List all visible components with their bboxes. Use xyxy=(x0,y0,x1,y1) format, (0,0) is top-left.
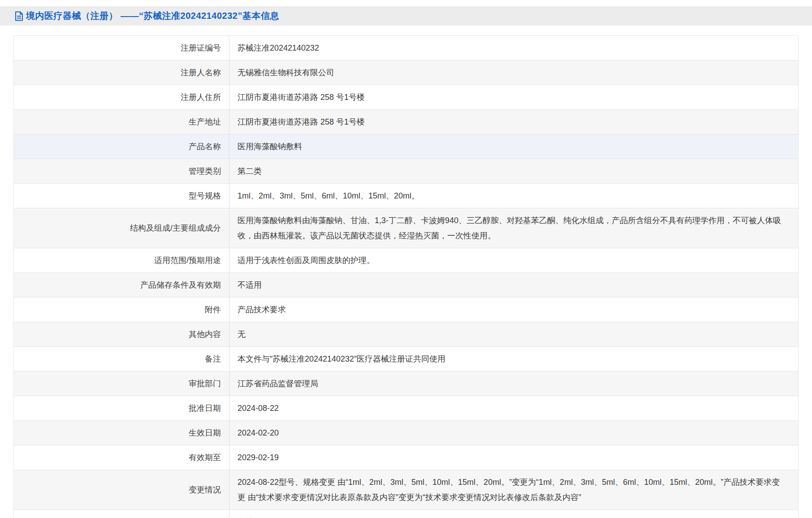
row-value-text: 产品技术要求 xyxy=(238,302,286,317)
row-value-text: 2029-02-19 xyxy=(238,450,279,465)
row-value-text: 无 xyxy=(238,327,246,342)
table-row: 生产地址 江阴市夏港街道苏港路 258 号1号楼 xyxy=(14,109,798,134)
row-value: 无锡雅信生物科技有限公司 xyxy=(229,60,798,85)
row-label: 批准日期 xyxy=(14,396,229,420)
table-row: 产品名称 医用海藻酸钠敷料 xyxy=(14,134,798,159)
row-label-text: 结构及组成/主要组成成分 xyxy=(130,223,221,233)
row-value: 苏械注准20242140232 xyxy=(229,36,798,60)
row-label-text: 注册人名称 xyxy=(181,67,221,78)
table-row: 生效日期 2024-02-20 xyxy=(14,420,798,445)
row-label: 产品名称 xyxy=(14,134,229,159)
page-title: 境内医疗器械（注册） ——“苏械注准20242140232”基本信息 xyxy=(26,10,279,22)
row-value: 1ml、2ml、3ml、5ml、6ml、10ml、15ml、20ml。 xyxy=(229,184,798,208)
document-icon xyxy=(15,11,23,21)
row-label: 产品储存条件及有效期 xyxy=(14,273,229,297)
row-value-text: 本文件与“苏械注准20242140232”医疗器械注册证共同使用 xyxy=(238,351,445,367)
row-value-text: 苏械注准20242140232 xyxy=(238,40,319,56)
row-label-text: 生效日期 xyxy=(189,427,221,438)
detail-link[interactable]: 详情 xyxy=(238,514,254,518)
row-label-text: 备注 xyxy=(205,354,221,364)
row-value-text: 江苏省药品监督管理局 xyxy=(238,376,318,391)
row-label: 型号规格 xyxy=(14,184,229,208)
table-row: 变更情况 2024-08-22型号、规格变更 由“1ml、2ml、3ml、5ml… xyxy=(14,470,798,509)
table-row: 注册人名称 无锡雅信生物科技有限公司 xyxy=(14,60,798,85)
row-value-text: 1ml、2ml、3ml、5ml、6ml、10ml、15ml、20ml。 xyxy=(238,188,419,203)
row-value-text: 无锡雅信生物科技有限公司 xyxy=(238,65,334,80)
table-row: 型号规格 1ml、2ml、3ml、5ml、6ml、10ml、15ml、20ml。 xyxy=(14,183,798,208)
row-value-text: 2024-08-22 xyxy=(238,401,279,416)
row-value-text: 适用于浅表性创面及周围皮肤的护理。 xyxy=(238,253,375,268)
table-row: 有效期至 2029-02-19 xyxy=(14,445,798,470)
row-label-text: 管理类别 xyxy=(189,166,221,177)
row-value-text: 2024-08-22型号、规格变更 由“1ml、2ml、3ml、5ml、10ml… xyxy=(238,475,786,505)
table-row: 产品储存条件及有效期 不适用 xyxy=(14,272,798,297)
table-row: 注册人住所 江阴市夏港街道苏港路 258 号1号楼 xyxy=(14,85,798,109)
table-row: 附件 产品技术要求 xyxy=(14,297,798,322)
row-label: 注册人住所 xyxy=(14,85,229,109)
row-label: 生产地址 xyxy=(14,110,229,134)
table-row: 注册证编号 苏械注准20242140232 xyxy=(14,36,798,60)
row-label: 管理类别 xyxy=(14,159,229,183)
row-value: 2024-08-22 xyxy=(229,396,798,420)
row-value: 2029-02-19 xyxy=(229,445,798,470)
row-label-text: 有效期至 xyxy=(189,452,221,463)
row-value: 不适用 xyxy=(229,273,798,297)
row-value: 第二类 xyxy=(229,159,798,183)
row-label: 注 xyxy=(14,510,229,518)
row-label-text: 产品名称 xyxy=(189,141,221,152)
row-value-text: 第二类 xyxy=(238,164,262,179)
table-row: 其他内容 无 xyxy=(14,322,798,346)
row-value: 适用于浅表性创面及周围皮肤的护理。 xyxy=(229,248,798,272)
row-label-text: 审批部门 xyxy=(189,378,221,389)
row-label-text: 批准日期 xyxy=(189,403,221,414)
row-label: 其他内容 xyxy=(14,322,229,346)
row-value: 本文件与“苏械注准20242140232”医疗器械注册证共同使用 xyxy=(229,347,798,371)
row-label: 注册证编号 xyxy=(14,36,229,60)
row-label: 生效日期 xyxy=(14,421,229,445)
row-value: 无 xyxy=(229,322,798,346)
row-label: 适用范围/预期用途 xyxy=(14,248,229,272)
row-value: 产品技术要求 xyxy=(229,298,798,322)
table-row: 适用范围/预期用途 适用于浅表性创面及周围皮肤的护理。 xyxy=(14,248,798,272)
row-label-text: 附件 xyxy=(205,304,221,315)
row-value-text: 2024-02-20 xyxy=(238,425,279,440)
row-label-text: 变更情况 xyxy=(189,484,221,495)
row-value: 医用海藻酸钠敷料由海藻酸钠、甘油、1,3-丁二醇、卡波姆940、三乙醇胺、对羟基… xyxy=(229,208,798,248)
row-label-text: 型号规格 xyxy=(189,190,221,201)
table-row: 结构及组成/主要组成成分 医用海藻酸钠敷料由海藻酸钠、甘油、1,3-丁二醇、卡波… xyxy=(14,208,798,248)
row-value-text: 医用海藻酸钠敷料 xyxy=(238,139,302,154)
row-value-text: 不适用 xyxy=(238,277,262,293)
row-value-text: 江阴市夏港街道苏港路 258 号1号楼 xyxy=(238,90,365,105)
row-value: 2024-08-22型号、规格变更 由“1ml、2ml、3ml、5ml、10ml… xyxy=(229,470,798,509)
row-label-text: 注册人住所 xyxy=(181,92,221,103)
row-value: 江阴市夏港街道苏港路 258 号1号楼 xyxy=(229,85,798,109)
row-value: 江阴市夏港街道苏港路 258 号1号楼 xyxy=(229,110,798,134)
row-label: 注册人名称 xyxy=(14,60,229,85)
row-label: 备注 xyxy=(14,347,229,371)
row-value: 江苏省药品监督管理局 xyxy=(229,371,798,396)
row-label-text: 生产地址 xyxy=(189,117,221,127)
row-value: 医用海藻酸钠敷料 xyxy=(229,134,798,159)
row-label-text: 其他内容 xyxy=(189,329,221,340)
row-label: 变更情况 xyxy=(14,470,229,509)
row-value-text: 医用海藻酸钠敷料由海藻酸钠、甘油、1,3-丁二醇、卡波姆940、三乙醇胺、对羟基… xyxy=(238,213,786,243)
table-row: 备注 本文件与“苏械注准20242140232”医疗器械注册证共同使用 xyxy=(14,346,798,371)
row-label-text: 产品储存条件及有效期 xyxy=(140,280,221,290)
page-header: 境内医疗器械（注册） ——“苏械注准20242140232”基本信息 xyxy=(0,6,812,26)
row-label: 附件 xyxy=(14,298,229,322)
table-row: 管理类别 第二类 xyxy=(14,159,798,183)
info-table: 注册证编号 苏械注准20242140232 注册人名称 无锡雅信生物科技有限公司 xyxy=(13,35,799,518)
table-row: 审批部门 江苏省药品监督管理局 xyxy=(14,371,798,396)
table-row: 注 详情 xyxy=(14,509,798,518)
table-row: 批准日期 2024-08-22 xyxy=(14,396,798,420)
row-label-text: 适用范围/预期用途 xyxy=(154,255,221,266)
row-value: 详情 xyxy=(229,510,798,518)
row-value: 2024-02-20 xyxy=(229,421,798,445)
row-label: 有效期至 xyxy=(14,445,229,470)
row-label-text: 注册证编号 xyxy=(181,43,221,53)
row-label: 审批部门 xyxy=(14,371,229,396)
row-label: 结构及组成/主要组成成分 xyxy=(14,208,229,248)
row-value-text: 江阴市夏港街道苏港路 258 号1号楼 xyxy=(238,114,365,130)
